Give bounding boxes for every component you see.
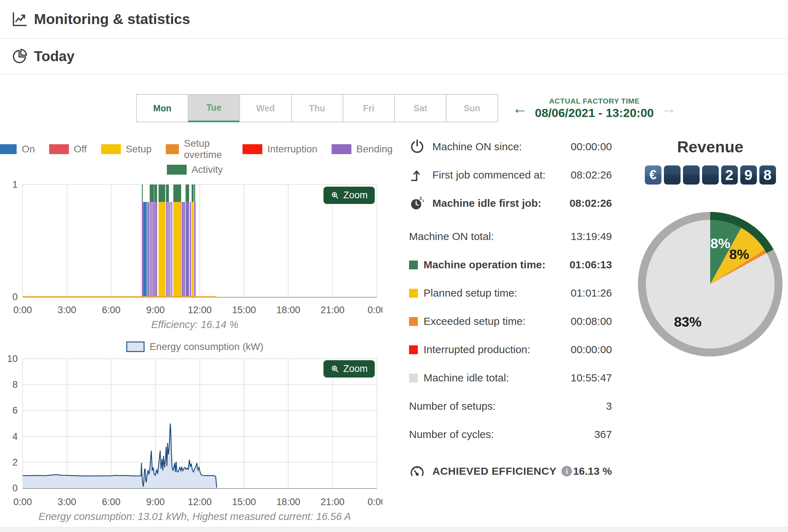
on-swatch: [0, 144, 17, 154]
setup-swatch: [101, 144, 121, 154]
stat-label: Machine operation time:: [424, 259, 545, 271]
zoom-button-label: Zoom: [343, 190, 368, 201]
legend-label: Bending: [356, 144, 393, 155]
efficiency-caption: Efficiency: 16.14 %: [7, 319, 383, 331]
stat-label: Interrupted production:: [424, 344, 530, 356]
tab-thu[interactable]: Thu: [291, 94, 343, 122]
legend-item-setup_overtime: Setup overtime: [166, 138, 228, 160]
tab-sun[interactable]: Sun: [446, 94, 498, 122]
svg-text:6: 6: [12, 405, 18, 416]
svg-text:9:00: 9:00: [146, 497, 165, 507]
svg-text:0: 0: [12, 292, 18, 302]
svg-text:18:00: 18:00: [276, 497, 300, 507]
legend-item-interruption: Interruption: [243, 144, 317, 155]
stat-label: Number of setups:: [409, 400, 496, 412]
idle-clock-icon: zz: [409, 195, 425, 211]
stat-value: 16.13 %: [573, 465, 612, 477]
legend-label: Activity: [192, 164, 223, 175]
svg-text:3:00: 3:00: [58, 497, 76, 507]
stat-value: 01:01:26: [571, 287, 612, 299]
stat-value: 08:02:26: [571, 169, 612, 181]
svg-text:83%: 83%: [674, 314, 701, 329]
day-tabs: MonTueWedThuFriSatSun: [136, 94, 498, 122]
tab-mon[interactable]: Mon: [136, 94, 188, 122]
energy-legend: Energy consumption (kW): [7, 341, 383, 352]
zoom-button-label: Zoom: [343, 363, 368, 374]
digit-tile-5: 9: [740, 165, 757, 185]
tab-fri[interactable]: Fri: [343, 94, 395, 122]
activity-swatch: [167, 165, 187, 175]
svg-text:9:00: 9:00: [146, 305, 165, 315]
stat-row-machine-on-since: Machine ON since:00:00:00: [409, 139, 612, 155]
energy-zoom-button[interactable]: Zoom: [323, 360, 375, 378]
timeline-legend-activity: Activity: [7, 164, 383, 179]
stat-label: Exceeded setup time:: [424, 315, 526, 327]
factory-time: ← ACTUAL FACTORY TIME 08/06/2021 - 13:20…: [512, 97, 676, 120]
section-header: Today: [0, 39, 788, 74]
magnifier-plus-icon: [331, 191, 340, 200]
tab-tue[interactable]: Tue: [188, 94, 240, 122]
svg-text:8%: 8%: [711, 236, 730, 251]
info-icon[interactable]: i: [561, 466, 572, 477]
svg-text:18:00: 18:00: [276, 305, 300, 315]
pie-chart-plot[interactable]: 8%8%83%: [632, 206, 788, 362]
stat-value: 3: [606, 400, 612, 412]
svg-text:8: 8: [12, 379, 18, 390]
svg-text:12:00: 12:00: [188, 305, 212, 315]
energy-legend-swatch: [126, 341, 145, 352]
svg-text:21:00: 21:00: [321, 305, 345, 315]
stat-label: Machine ON total:: [409, 230, 494, 242]
pie-chart-icon: [11, 48, 28, 65]
svg-text:12:00: 12:00: [188, 497, 212, 507]
legend-label: Interruption: [267, 144, 317, 155]
stat-row-machine-on-total: Machine ON total:13:19:49: [409, 228, 612, 245]
stat-value: 01:06:13: [570, 259, 612, 271]
stats-column: Machine ON since:00:00:00First job comme…: [409, 139, 612, 491]
legend-item-activity: Activity: [167, 164, 223, 175]
svg-text:0:00: 0:00: [368, 497, 383, 507]
charts-column: OnOffSetupSetup overtimeInterruptionBend…: [7, 138, 383, 522]
stat-row-machine-operation-time: Machine operation time:01:06:13: [409, 257, 612, 273]
svg-text:15:00: 15:00: [232, 497, 256, 507]
digit-tile-2: [683, 165, 700, 185]
stat-label: Machine ON since:: [432, 141, 522, 153]
svg-text:10: 10: [7, 355, 18, 364]
setup_overtime-swatch: [409, 317, 418, 326]
magnifier-plus-icon: [331, 364, 340, 374]
energy-caption: Energy consumption: 13.01 kWh, Highest m…: [7, 511, 383, 522]
power-icon: [409, 139, 425, 155]
svg-text:0: 0: [12, 483, 18, 493]
activity-swatch: [409, 261, 418, 269]
digit-tile-6: 8: [759, 165, 776, 185]
energy-consumption-plot[interactable]: 02468100:003:006:009:0012:0015:0018:0021…: [7, 355, 383, 509]
stat-label: Achieved efficiency: [432, 465, 556, 477]
stat-label: Number of cycles:: [409, 428, 494, 440]
legend-item-off: Off: [49, 144, 87, 155]
svg-text:0:00: 0:00: [13, 305, 32, 315]
prev-day-arrow-icon[interactable]: ←: [512, 100, 528, 116]
digit-tile-4: 2: [721, 165, 738, 185]
timeline-zoom-button[interactable]: Zoom: [323, 187, 375, 204]
revenue-title: Revenue: [632, 138, 788, 156]
factory-time-value: 08/06/2021 - 13:20:00: [535, 106, 654, 120]
legend-label: On: [22, 144, 35, 155]
line-chart-icon: [11, 11, 28, 28]
revenue-column: Revenue €298 8%8%83%: [632, 138, 788, 362]
revenue-counter: €298: [632, 165, 788, 185]
svg-text:2: 2: [12, 457, 18, 468]
next-day-arrow-icon[interactable]: →: [661, 100, 676, 116]
svg-text:6:00: 6:00: [102, 497, 121, 507]
stat-value: 367: [594, 428, 612, 440]
energy-legend-label: Energy consumption (kW): [150, 341, 263, 352]
svg-text:0:00: 0:00: [368, 305, 383, 315]
tab-sat[interactable]: Sat: [394, 94, 446, 122]
stat-row-machine-idle-first-job: zzMachine idle first job:08:02:26: [409, 195, 612, 211]
stat-label: Machine idle first job:: [432, 197, 541, 209]
tab-wed[interactable]: Wed: [239, 94, 292, 122]
energy-chart: 02468100:003:006:009:0012:0015:0018:0021…: [7, 355, 383, 510]
stat-value: 00:08:00: [571, 315, 612, 327]
time-distribution-pie: 8%8%83%: [632, 206, 788, 362]
stat-row-first-job-commenced: First job commenced at:08:02:26: [409, 167, 612, 183]
svg-text:z: z: [420, 195, 422, 201]
stat-row-exceeded-setup-time: Exceeded setup time:00:08:00: [409, 313, 612, 329]
